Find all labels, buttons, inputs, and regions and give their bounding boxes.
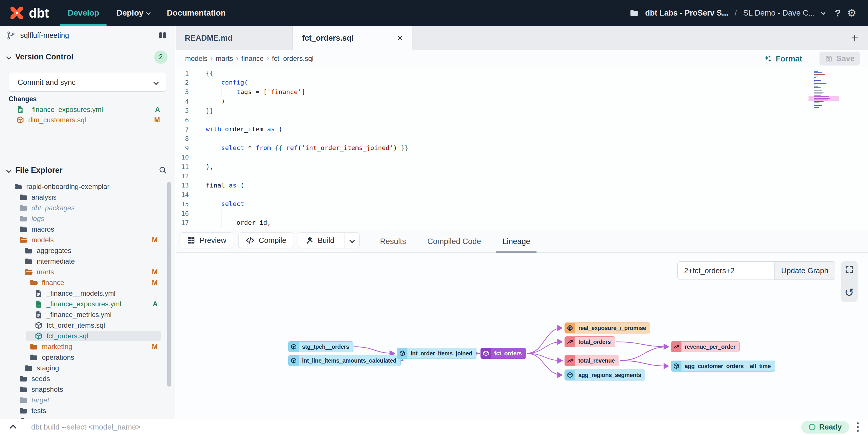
file-explorer-header[interactable]: File Explorer: [0, 158, 175, 182]
lineage-node-agg_customer_orders__all_time[interactable]: agg_customer_orders__all_time: [671, 361, 775, 372]
code-line: 11),: [176, 162, 868, 171]
account-name[interactable]: dbt Labs - ProServ S...: [645, 9, 728, 18]
tree-item-finance[interactable]: financeM: [0, 277, 175, 288]
tree-item-aggregates[interactable]: aggregates: [0, 245, 175, 256]
tree-item-_finance_metrics.yml[interactable]: _finance_metrics.yml: [0, 309, 175, 320]
tree-item-gitignore[interactable]: gitignore: [0, 416, 175, 419]
save-button[interactable]: Save: [819, 52, 860, 65]
lineage-node-fct_orders[interactable]: fct_orders: [480, 348, 526, 359]
lineage-controls: Update Graph: [677, 261, 835, 280]
code-text: [206, 115, 868, 125]
tree-item-target[interactable]: target: [0, 395, 175, 405]
tree-item-dbt_packages[interactable]: dbt_packages: [0, 202, 175, 213]
breadcrumb-bar: models›marts›finance›fct_orders.sql Form…: [176, 50, 868, 67]
gear-icon[interactable]: ⚙: [847, 7, 857, 19]
git-status-badge: M: [152, 343, 158, 351]
tree-item-macros[interactable]: macros: [0, 224, 175, 235]
preview-button[interactable]: Preview: [180, 233, 233, 248]
changes-list: _finance_exposures.ymlAdim_customers.sql…: [0, 104, 175, 125]
breadcrumb: models›marts›finance›fct_orders.sql: [185, 54, 314, 63]
nav-item-develop[interactable]: Develop: [59, 0, 108, 26]
breadcrumb-segment[interactable]: marts: [216, 55, 233, 63]
token: select: [221, 144, 244, 152]
nav-item-deploy[interactable]: Deploy: [108, 0, 158, 26]
build-button[interactable]: Build: [298, 233, 360, 248]
model-cube-icon: [565, 370, 575, 380]
compile-button[interactable]: Compile: [238, 233, 293, 248]
tree-item-intermediate[interactable]: intermediate: [0, 256, 175, 267]
tree-item-snapshots[interactable]: snapshots: [0, 384, 175, 395]
tree-item-rapid-onboarding-exemplar[interactable]: rapid-onboarding-exemplar: [0, 181, 175, 192]
lineage-node-stg_tpch__orders[interactable]: stg_tpch__orders: [288, 341, 353, 352]
help-icon[interactable]: ?: [835, 7, 841, 19]
folder-open-icon: [14, 182, 23, 191]
tree-item-logs[interactable]: logs: [0, 213, 175, 224]
tree-item-seeds[interactable]: seeds: [0, 373, 175, 384]
code-editor[interactable]: 1{{2 config(3 tags = ['finance']4 )5}}67…: [176, 67, 868, 230]
tree-item-_finance_exposures.yml[interactable]: _finance_exposures.ymlA: [0, 299, 175, 309]
tab-README.md[interactable]: README.md: [176, 26, 293, 50]
changed-file-row[interactable]: dim_customers.sqlM: [0, 115, 175, 125]
nav-item-documentation[interactable]: Documentation: [158, 0, 235, 26]
chevron-down-icon: [146, 10, 151, 15]
reset-view-icon[interactable]: ↺: [844, 287, 854, 298]
tree-item-analysis[interactable]: analysis: [0, 192, 175, 202]
tree-item-staging[interactable]: staging: [0, 363, 175, 373]
token: 'finance': [267, 88, 302, 96]
lineage-node-total_orders[interactable]: total_orders: [564, 336, 615, 347]
tree-item-marts[interactable]: martsM: [0, 267, 175, 277]
token: (: [275, 126, 282, 133]
line-number: 7: [176, 126, 189, 133]
breadcrumb-segment[interactable]: finance: [241, 55, 264, 63]
fullscreen-icon[interactable]: [845, 265, 854, 274]
lineage-node-int_line_items_amounts_calculated[interactable]: int_line_items_amounts_calculated: [288, 355, 401, 366]
nav-item-label: Documentation: [167, 8, 226, 18]
tree-item-fct_order_items.sql[interactable]: fct_order_items.sql: [0, 320, 175, 331]
commit-options-dropdown[interactable]: [146, 73, 166, 92]
lineage-node-agg_regions_segments[interactable]: agg_regions_segments: [564, 370, 645, 380]
git-branch-row[interactable]: sqlfluff-meeting: [0, 26, 175, 45]
kebab-menu-icon[interactable]: [857, 422, 859, 432]
tab-fct_orders.sql[interactable]: fct_orders.sql✕: [293, 26, 413, 50]
close-icon[interactable]: ✕: [388, 34, 403, 43]
panel-tab-compiled-code[interactable]: Compiled Code: [425, 230, 484, 253]
breadcrumb-segment[interactable]: models: [185, 55, 207, 63]
editor-tabbar: README.mdfct_orders.sql✕+: [176, 26, 868, 50]
update-graph-button[interactable]: Update Graph: [774, 261, 835, 280]
lineage-node-revenue_per_order[interactable]: revenue_per_order: [671, 341, 740, 352]
tree-item-operations[interactable]: operations: [0, 352, 175, 363]
commit-and-sync-button[interactable]: Commit and sync: [9, 73, 166, 92]
tree-item-models[interactable]: modelsM: [0, 235, 175, 245]
model-cube-icon: [481, 348, 491, 359]
tree-item-tests[interactable]: tests: [0, 405, 175, 416]
search-icon[interactable]: [158, 166, 167, 175]
panel-tab-results[interactable]: Results: [378, 230, 408, 253]
version-control-header[interactable]: Version Control 2: [0, 45, 175, 69]
project-name[interactable]: SL Demo - Dave C...: [743, 9, 815, 18]
changed-file-row[interactable]: _finance_exposures.ymlA: [0, 104, 175, 115]
minimap-bar: [814, 72, 823, 73]
file-tree-scrollbar[interactable]: [167, 182, 171, 387]
dbt-logo[interactable]: dbt: [0, 0, 59, 26]
new-tab-button[interactable]: +: [851, 31, 868, 45]
tree-item-marketing[interactable]: marketingM: [0, 341, 175, 352]
minimap: [808, 71, 852, 108]
line-number: 6: [176, 116, 189, 124]
lineage-selector-input[interactable]: [677, 261, 774, 280]
breadcrumb-segment[interactable]: fct_orders.sql: [272, 55, 314, 63]
tree-item-_finance__models.yml[interactable]: _finance__models.yml: [0, 288, 175, 299]
build-options-dropdown[interactable]: [344, 233, 354, 248]
panel-tab-lineage[interactable]: Lineage: [500, 230, 532, 253]
lineage-node-total_revenue[interactable]: total_revenue: [564, 355, 619, 366]
project-chevron-down-icon[interactable]: [821, 10, 826, 15]
docs-book-icon[interactable]: [158, 31, 167, 40]
lineage-node-real_exposure_i_promise[interactable]: real_exposure_i_promise: [564, 323, 650, 333]
format-button[interactable]: Format: [764, 53, 802, 65]
lineage-node-int_order_items_joined[interactable]: int_order_items_joined: [397, 348, 476, 359]
command-input[interactable]: [31, 423, 801, 432]
folder-open-icon: [24, 268, 33, 276]
tree-item-fct_orders.sql[interactable]: fct_orders.sql: [0, 331, 175, 341]
token: (: [298, 144, 302, 152]
chevron-up-icon[interactable]: [10, 425, 17, 431]
minimap-row: [808, 88, 852, 88]
